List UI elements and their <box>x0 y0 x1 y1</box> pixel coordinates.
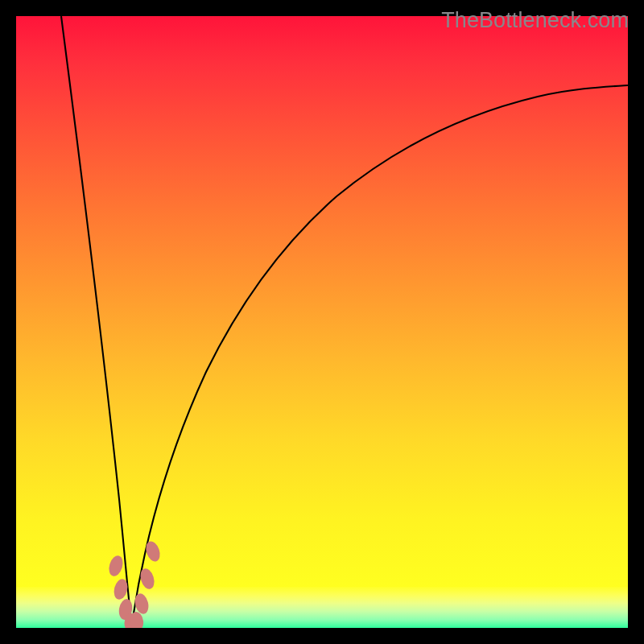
watermark-text: TheBottleneck.com <box>441 8 629 33</box>
plot-area <box>16 16 628 628</box>
curve-right-branch <box>132 85 628 625</box>
data-markers <box>107 539 163 628</box>
svg-point-0 <box>107 554 126 578</box>
curve-layer <box>16 16 628 628</box>
chart-frame: TheBottleneck.com <box>0 0 644 644</box>
svg-point-7 <box>143 539 163 564</box>
curve-left-branch <box>61 16 132 625</box>
